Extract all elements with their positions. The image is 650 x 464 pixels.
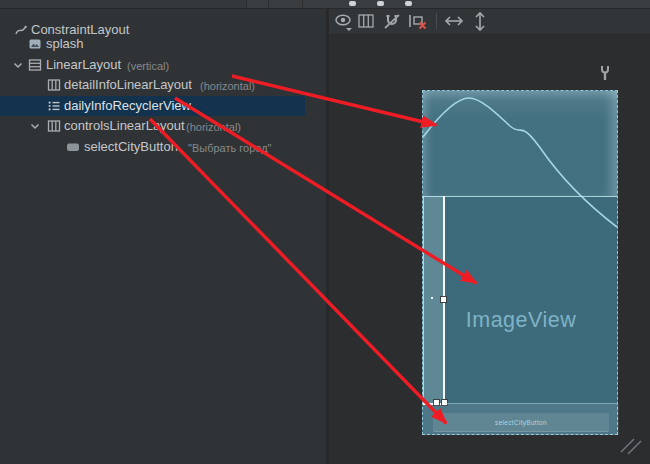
clear-all-constraints-icon[interactable] (407, 11, 427, 33)
select-city-button-preview[interactable]: selectCityButton (433, 413, 609, 432)
chevron-down-icon[interactable] (28, 119, 42, 133)
default-margins-horizontal-icon[interactable] (443, 11, 463, 33)
splash-curve-graphic (423, 91, 617, 434)
tree-item-annotation: (horizontal) (200, 76, 255, 96)
tree-item-text-value: "Выбрать город" (188, 138, 271, 158)
top-strip-right-segment (246, 0, 650, 8)
top-strip-seam (302, 0, 303, 8)
tree-item-label: controlsLinearLayout (64, 116, 185, 136)
resize-grip-icon[interactable] (619, 436, 643, 460)
image-view-icon (28, 37, 42, 51)
tree-item-label: LinearLayout (46, 55, 121, 75)
linear-layout-horizontal-icon (47, 78, 61, 92)
top-toolbar-strip (0, 0, 650, 9)
view-options-eye-icon[interactable] (334, 11, 354, 33)
layout-boundary-line (423, 196, 617, 197)
layout-editor-window: ConstraintLayout splash LinearLayout (ve… (0, 0, 650, 464)
phone-preview[interactable]: ImageView selectCityButton (422, 90, 618, 435)
show-all-constraints-icon[interactable] (356, 11, 376, 33)
tree-item-selectcitybutton[interactable]: selectCityButton "Выбрать город" (0, 137, 326, 157)
selection-edge (423, 196, 424, 404)
component-tree-panel: ConstraintLayout splash LinearLayout (ve… (0, 9, 326, 464)
default-margins-vertical-icon[interactable] (470, 11, 490, 33)
tree-item-linearlayout[interactable]: LinearLayout (vertical) (0, 55, 326, 75)
tree-item-label: detailInfoLinearLayout (64, 75, 192, 95)
linear-layout-vertical-icon (28, 58, 42, 72)
linear-layout-horizontal-icon (47, 119, 61, 133)
autoconnect-off-magnet-icon[interactable] (382, 11, 402, 33)
controls-linear-layout-bounds[interactable]: selectCityButton (423, 404, 619, 435)
top-strip-seam (246, 0, 247, 8)
cutoff-toolbar-icon[interactable] (349, 1, 356, 6)
cutoff-toolbar-icon[interactable] (377, 1, 384, 6)
tree-item-label: splash (46, 34, 84, 54)
resize-handle-mid-left[interactable] (431, 297, 433, 299)
tree-item-controlslinearlayout[interactable]: controlsLinearLayout (horizontal) (0, 116, 326, 136)
tree-item-label: dailyInfoRecyclerView (64, 96, 191, 116)
tree-item-dailyinforecyclerview[interactable]: dailyInfoRecyclerView (0, 96, 326, 116)
cutoff-toolbar-icon[interactable] (405, 1, 412, 6)
wrench-icon[interactable] (599, 64, 611, 86)
design-surface-toolbar (329, 9, 650, 35)
resize-handle-mid-right[interactable] (440, 296, 447, 303)
button-icon (66, 140, 80, 154)
recycler-view-icon (47, 99, 61, 113)
imageview-placeholder-label[interactable]: ImageView (423, 308, 619, 333)
top-strip-seam (268, 0, 269, 8)
tree-item-annotation: (vertical) (127, 56, 169, 76)
toolbar-separator (436, 13, 437, 29)
tree-item-label: selectCityButton (84, 137, 178, 157)
tree-item-splash[interactable]: splash (0, 34, 326, 54)
tree-item-detailinfolinearlayout[interactable]: detailInfoLinearLayout (horizontal) (0, 75, 326, 95)
tree-item-annotation: (horizontal) (186, 117, 241, 137)
chevron-down-icon[interactable] (11, 58, 25, 72)
